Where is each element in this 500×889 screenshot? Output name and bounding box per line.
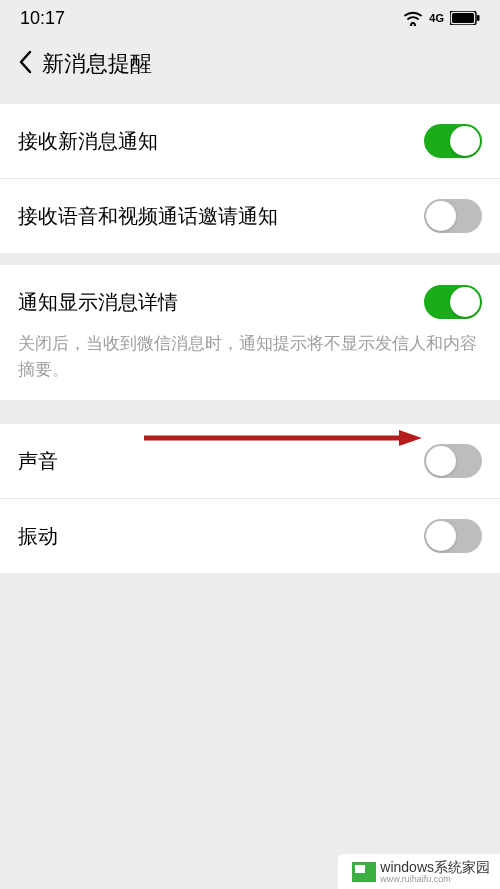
show-details-row: 通知显示消息详情 [0,265,500,331]
battery-icon [450,11,480,25]
back-icon[interactable] [18,50,32,79]
status-icons: 4G [403,10,480,26]
receive-new-message-row: 接收新消息通知 [0,104,500,179]
status-time: 10:17 [20,8,65,29]
receive-voice-video-label: 接收语音和视频通话邀请通知 [18,203,278,230]
receive-new-message-label: 接收新消息通知 [18,128,158,155]
wifi-icon [403,10,423,26]
signal-icon: 4G [429,12,444,24]
vibrate-toggle[interactable] [424,519,482,553]
settings-group-3: 声音 振动 [0,424,500,573]
receive-voice-video-row: 接收语音和视频通话邀请通知 [0,179,500,253]
sound-row: 声音 [0,424,500,499]
receive-new-message-toggle[interactable] [424,124,482,158]
show-details-description: 关闭后，当收到微信消息时，通知提示将不显示发信人和内容摘要。 [0,331,500,400]
page-title: 新消息提醒 [42,49,152,79]
svg-rect-2 [477,15,480,21]
vibrate-row: 振动 [0,499,500,573]
show-details-label: 通知显示消息详情 [18,289,178,316]
receive-voice-video-toggle[interactable] [424,199,482,233]
settings-group-2: 通知显示消息详情 关闭后，当收到微信消息时，通知提示将不显示发信人和内容摘要。 [0,265,500,400]
sound-toggle[interactable] [424,444,482,478]
show-details-toggle[interactable] [424,285,482,319]
svg-rect-1 [452,13,474,23]
status-bar: 10:17 4G [0,0,500,36]
page-header: 新消息提醒 [0,36,500,92]
watermark: windows系统家园 www.ruihaifu.com [338,854,500,889]
settings-group-1: 接收新消息通知 接收语音和视频通话邀请通知 [0,104,500,253]
watermark-main-text: windows系统家园 [380,860,490,875]
sound-label: 声音 [18,448,58,475]
watermark-sub-text: www.ruihaifu.com [380,875,490,885]
watermark-logo-icon [352,862,376,882]
vibrate-label: 振动 [18,523,58,550]
